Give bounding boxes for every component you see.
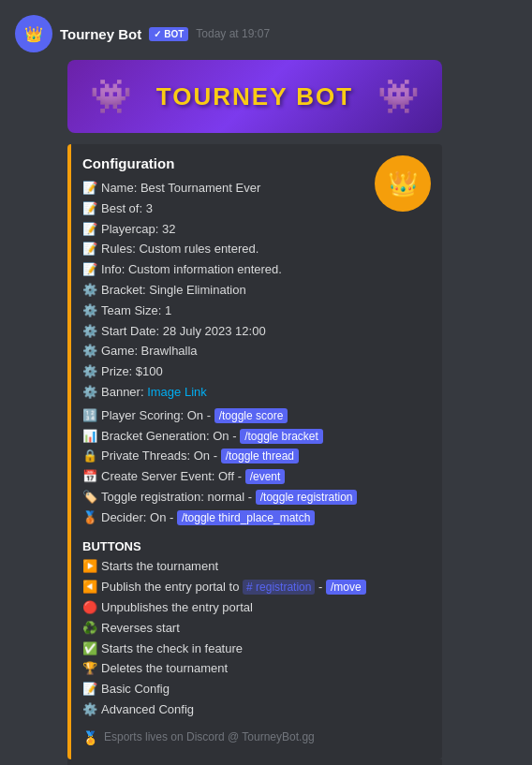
btn-desc-publish: ◀️ Publish the entry portal to # registr… — [82, 578, 427, 597]
toggle-decider-command[interactable]: /toggle third_place_match — [177, 510, 315, 525]
config-info: 📝Info: Custom information entered. — [82, 260, 427, 280]
bot-badge-checkmark: ✓ — [154, 29, 161, 39]
message-header: 👑 Tourney Bot ✓ BOT Today at 19:07 — [15, 15, 517, 52]
config-teamsize: ⚙️Team Size: 1 — [82, 302, 427, 321]
config-rules: 📝Rules: Custom rules entered. — [82, 240, 427, 259]
config-startdate: ⚙️Start Date: 28 July 2023 12:00 — [82, 322, 427, 342]
btn-desc-delete: 🏆Deletes the tournament — [82, 659, 427, 679]
buttons-section-title: BUTTONS — [82, 537, 427, 557]
config-banner: ⚙️Banner: Image Link — [82, 383, 427, 403]
embed-title: Configuration — [82, 155, 427, 171]
chat-container: 👑 Tourney Bot ✓ BOT Today at 19:07 👾 TOU… — [0, 0, 532, 765]
message-time: Today at 19:07 — [196, 27, 270, 40]
toggle-event-command[interactable]: /event — [245, 469, 286, 484]
move-command[interactable]: /move — [326, 580, 366, 595]
banner-image-link[interactable]: Image Link — [147, 385, 207, 399]
btn-desc-advanced: ⚙️Advanced Config — [82, 700, 427, 720]
config-bracket: ⚙️Bracket: Single Elimination — [82, 281, 427, 301]
bot-badge: ✓ BOT — [149, 27, 188, 41]
toggle-event: 📅 Create Server Event: Off - /event — [82, 467, 427, 487]
toggle-thread: 🔒 Private Threads: On - /toggle thread — [82, 447, 427, 466]
banner-right-mascot: 👾 — [377, 77, 420, 116]
embed-thumbnail: 👑 — [375, 155, 431, 212]
config-playercap: 📝Playercap: 32 — [82, 220, 427, 240]
toggle-decider: 🥉 Decider: On - /toggle third_place_matc… — [82, 508, 427, 528]
toggle-thread-command[interactable]: /toggle thread — [221, 449, 299, 463]
toggle-registration-command[interactable]: /toggle registration — [256, 490, 358, 505]
config-bestof: 📝Best of: 3 — [82, 199, 427, 219]
message-content: 👾 TOURNEY BOT 👾 👑 Configuration 📝Name: B… — [67, 60, 517, 765]
btn-desc-unpublish: 🔴Unpublishes the entry portal — [82, 598, 427, 618]
toggle-score: 🔢 Player Scoring: On - /toggle score — [82, 406, 427, 426]
bot-name: Tourney Bot — [60, 26, 141, 42]
bot-avatar: 👑 — [15, 15, 52, 52]
btn-desc-reverse: ♻️Reverses start — [82, 619, 427, 639]
embed-card: 👑 Configuration 📝Name: Best Tournament E… — [67, 144, 442, 759]
toggle-bracket: 📊 Bracket Generation: On - /toggle brack… — [82, 427, 427, 447]
banner: 👾 TOURNEY BOT 👾 — [67, 60, 442, 133]
toggle-bracket-command[interactable]: /toggle bracket — [240, 429, 323, 444]
action-button-rows: ▶ ◀ ⬤ ♻ ✓ 🏆 📝 ⚙ ↗ Upgrade ↗ View B — [67, 759, 442, 765]
embed-body: 📝Name: Best Tournament Ever 📝Best of: 3 … — [82, 179, 427, 748]
banner-title: TOURNEY BOT — [156, 82, 353, 111]
config-game: ⚙️Game: Brawlhalla — [82, 342, 427, 361]
btn-desc-start: ▶️Starts the tournament — [82, 557, 427, 577]
toggle-score-command[interactable]: /toggle score — [214, 408, 288, 423]
banner-left-mascot: 👾 — [90, 77, 132, 116]
btn-desc-basic: 📝Basic Config — [82, 680, 427, 699]
registration-channel: # registration — [243, 580, 315, 595]
btn-desc-checkin: ✅Starts the check in feature — [82, 640, 427, 659]
toggle-registration: 🏷️ Toggle registration: normal - /toggle… — [82, 488, 427, 508]
embed-footer: 🏅 Esports lives on Discord @ TourneyBot.… — [82, 728, 427, 748]
config-prize: ⚙️Prize: $100 — [82, 362, 427, 382]
